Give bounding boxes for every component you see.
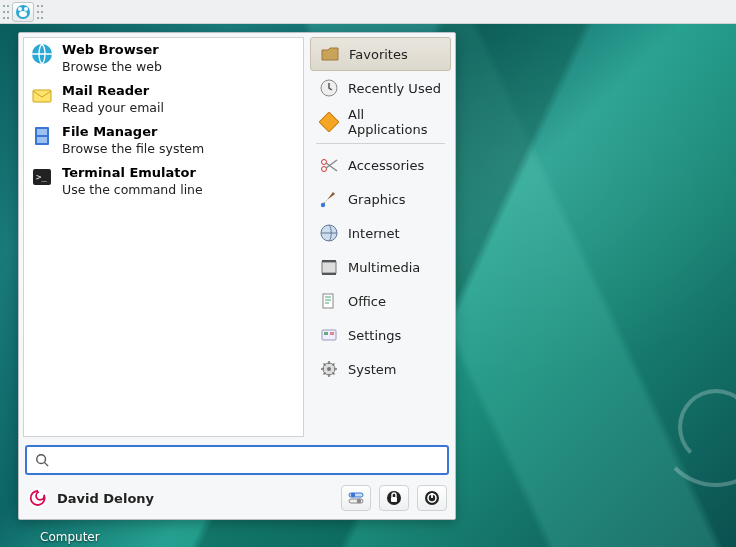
scissors-icon (318, 154, 340, 176)
category-all-applications[interactable]: All Applications (310, 105, 451, 139)
svg-rect-12 (319, 112, 339, 132)
category-internet[interactable]: Internet (310, 216, 451, 250)
category-label: Internet (348, 226, 400, 241)
category-settings[interactable]: Settings (310, 318, 451, 352)
svg-text:>_: >_ (36, 172, 47, 182)
favorite-title: File Manager (62, 124, 204, 141)
category-label: Office (348, 294, 386, 309)
favorite-subtitle: Use the command line (62, 182, 203, 198)
svg-rect-18 (322, 260, 336, 262)
internet-icon (318, 222, 340, 244)
svg-point-3 (19, 11, 27, 17)
panel-grip[interactable] (2, 3, 10, 21)
category-label: Graphics (348, 192, 405, 207)
xfce-mouse-icon (15, 4, 31, 20)
user-name: David Delony (57, 491, 154, 506)
brush-icon (318, 188, 340, 210)
lock-button[interactable] (379, 485, 409, 511)
category-label: System (348, 362, 396, 377)
svg-rect-8 (37, 137, 47, 143)
category-label: Recently Used (348, 81, 441, 96)
whisker-menu-button[interactable] (12, 2, 34, 22)
category-accessories[interactable]: Accessories (310, 148, 451, 182)
favorite-subtitle: Browse the file system (62, 141, 204, 157)
svg-rect-33 (391, 497, 397, 502)
toggle-icon (348, 491, 364, 505)
category-favorites[interactable]: Favorites (310, 37, 451, 71)
svg-point-26 (37, 455, 46, 464)
favorite-file-manager[interactable]: File Manager Browse the file system (24, 120, 303, 161)
favorite-subtitle: Browse the web (62, 59, 162, 75)
svg-point-1 (18, 7, 22, 11)
svg-point-25 (327, 367, 331, 371)
panel-grip-2[interactable] (36, 3, 44, 21)
multimedia-icon (318, 256, 340, 278)
svg-rect-5 (33, 90, 51, 102)
favorite-title: Terminal Emulator (62, 165, 203, 182)
category-separator (316, 143, 445, 144)
svg-point-15 (321, 203, 325, 207)
category-label: Multimedia (348, 260, 420, 275)
favorite-title: Web Browser (62, 42, 162, 59)
svg-point-31 (357, 499, 361, 503)
mail-icon (30, 83, 54, 107)
category-list: Favorites Recently Used All Applications (308, 33, 455, 441)
lock-icon (386, 490, 402, 506)
favorites-list: Web Browser Browse the web Mail Reader R… (23, 37, 304, 437)
favorite-mail-reader[interactable]: Mail Reader Read your email (24, 79, 303, 120)
apps-icon (318, 111, 340, 133)
settings-icon (318, 324, 340, 346)
category-label: Favorites (349, 47, 408, 62)
svg-rect-20 (323, 294, 333, 308)
debian-swirl-icon (27, 487, 49, 509)
category-office[interactable]: Office (310, 284, 451, 318)
category-graphics[interactable]: Graphics (310, 182, 451, 216)
svg-rect-19 (322, 273, 336, 275)
search-input[interactable] (55, 453, 439, 468)
favorite-title: Mail Reader (62, 83, 164, 100)
svg-rect-23 (330, 332, 334, 335)
category-label: All Applications (348, 107, 443, 137)
terminal-icon: >_ (30, 165, 54, 189)
cabinet-icon (30, 124, 54, 148)
power-icon (424, 490, 440, 506)
user-button[interactable]: David Delony (27, 487, 154, 509)
svg-rect-7 (37, 129, 47, 135)
svg-rect-22 (324, 332, 328, 335)
search-field[interactable] (25, 445, 449, 475)
system-icon (318, 358, 340, 380)
power-button[interactable] (417, 485, 447, 511)
office-icon (318, 290, 340, 312)
search-icon (35, 453, 49, 467)
top-panel (0, 0, 736, 24)
star-folder-icon (319, 43, 341, 65)
svg-point-13 (322, 160, 327, 165)
favorite-web-browser[interactable]: Web Browser Browse the web (24, 38, 303, 79)
svg-rect-17 (322, 262, 336, 273)
clock-icon (318, 77, 340, 99)
favorite-subtitle: Read your email (62, 100, 164, 116)
svg-point-2 (24, 7, 28, 11)
svg-point-29 (351, 493, 355, 497)
application-menu: Web Browser Browse the web Mail Reader R… (18, 32, 456, 520)
category-label: Settings (348, 328, 401, 343)
category-label: Accessories (348, 158, 424, 173)
category-recently-used[interactable]: Recently Used (310, 71, 451, 105)
category-multimedia[interactable]: Multimedia (310, 250, 451, 284)
svg-point-14 (322, 167, 327, 172)
favorite-terminal[interactable]: >_ Terminal Emulator Use the command lin… (24, 161, 303, 202)
desktop-icon-computer[interactable]: Computer (40, 530, 100, 544)
category-system[interactable]: System (310, 352, 451, 386)
settings-button[interactable] (341, 485, 371, 511)
globe-icon (30, 42, 54, 66)
